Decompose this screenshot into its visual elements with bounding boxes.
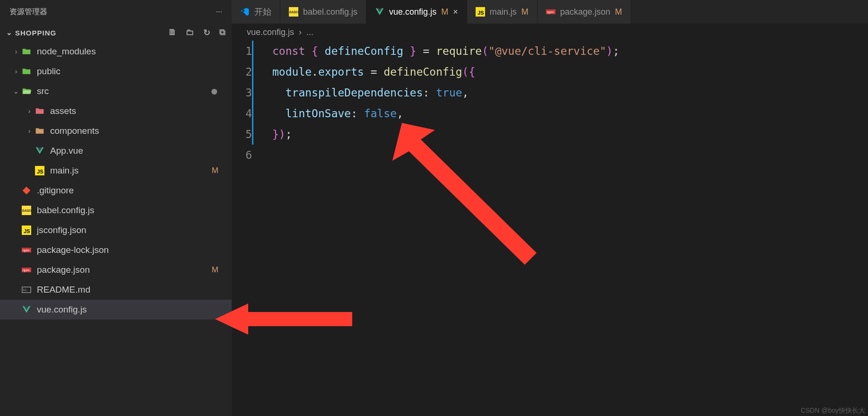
tree-item-README-md[interactable]: M↓README.md [0, 280, 232, 300]
project-header[interactable]: ⌄ SHOPPING 🗎 🗀 ↻ ⧉ [0, 24, 232, 42]
tree-item-label: components [50, 126, 232, 136]
tree-item-label: package-lock.json [37, 245, 232, 255]
npm-icon: npm [21, 245, 32, 255]
code-line: const { defineConfig } = require("@vue/c… [272, 41, 868, 61]
modified-badge: M [212, 166, 232, 175]
svg-text:BABEL: BABEL [22, 209, 31, 212]
tree-item-vue-config-js[interactable]: vue.config.js [0, 300, 232, 320]
code-content: const { defineConfig } = require("@vue/c… [268, 41, 868, 416]
tree-item-label: main.js [50, 165, 212, 176]
explorer-header: 资源管理器 ··· [0, 0, 232, 24]
breadcrumb-more: ... [306, 27, 313, 37]
git-icon [21, 186, 32, 195]
chevron-icon: ⌄ [11, 87, 21, 95]
chevron-icon: › [25, 107, 34, 115]
tree-item-main-js[interactable]: JSmain.jsM [0, 161, 232, 181]
tree-item--gitignore[interactable]: .gitignore [0, 181, 232, 200]
breadcrumb-file: vue.config.js [247, 27, 294, 37]
svg-text:JS: JS [477, 10, 484, 16]
modified-badge: M [441, 7, 448, 17]
tree-item-package-json[interactable]: npmpackage.jsonM [0, 260, 232, 280]
svg-text:npm: npm [23, 248, 30, 252]
js-gear-icon: JS [21, 225, 32, 235]
breadcrumb[interactable]: vue.config.js › ... [232, 24, 868, 41]
tree-item-public[interactable]: ›public [0, 61, 232, 81]
line-numbers: 123456 [232, 41, 268, 416]
folder-red-icon [34, 106, 45, 116]
editor-tabs: 开始BABELbabel.config.jsvue.config.jsM×JSm… [232, 0, 868, 24]
line-number: 6 [232, 145, 253, 165]
tab-package-json[interactable]: npmpackage.jsonM [538, 0, 631, 24]
js-icon: JS [34, 166, 45, 175]
modified-badge: M [615, 7, 622, 17]
tree-item-label: babel.config.js [37, 205, 232, 216]
new-folder-icon[interactable]: 🗀 [186, 27, 195, 38]
svg-text:npm: npm [547, 10, 554, 14]
md-icon: M↓ [21, 285, 32, 295]
explorer-sidebar: 资源管理器 ··· ⌄ SHOPPING 🗎 🗀 ↻ ⧉ ›node_modul… [0, 0, 232, 416]
tab-label: babel.config.js [303, 7, 357, 17]
new-file-icon[interactable]: 🗎 [168, 27, 177, 38]
line-number: 1 [232, 41, 253, 61]
explorer-title: 资源管理器 [9, 7, 216, 17]
tab-label: vue.config.js [389, 7, 436, 17]
code-line [272, 145, 868, 165]
line-number: 5 [232, 124, 253, 145]
chevron-down-icon: ⌄ [6, 28, 13, 37]
tree-item-label: App.vue [50, 146, 232, 156]
close-icon[interactable]: × [453, 7, 458, 17]
tree-item-node_modules[interactable]: ›node_modules [0, 42, 232, 61]
babel-icon: BABEL [289, 7, 298, 17]
project-name: SHOPPING [15, 29, 168, 37]
code-line: module.exports = defineConfig({ [272, 61, 868, 82]
code-line: }); [272, 124, 868, 145]
tree-item-label: jsconfig.json [37, 225, 232, 235]
vscode-icon [240, 7, 250, 17]
tree-item-label: node_modules [37, 46, 232, 57]
tree-item-label: src [37, 86, 210, 96]
tree-item-label: package.json [37, 265, 212, 275]
annotation-arrow-editor [392, 123, 539, 269]
watermark: CSDN @boy快快长大 [801, 407, 865, 415]
tree-item-src[interactable]: ⌄src● [0, 81, 232, 101]
svg-text:BABEL: BABEL [289, 10, 298, 14]
code-line: lintOnSave: false, [272, 103, 868, 124]
tree-item-label: assets [50, 106, 232, 116]
modified-badge: M [521, 7, 529, 17]
svg-marker-19 [392, 123, 537, 265]
code-line: transpileDependencies: true, [272, 82, 868, 103]
svg-text:JS: JS [24, 228, 30, 234]
tree-item-assets[interactable]: ›assets [0, 101, 232, 121]
tab-main-js[interactable]: JSmain.jsM [467, 0, 538, 24]
tree-item-App-vue[interactable]: App.vue [0, 141, 232, 161]
line-number: 4 [232, 103, 253, 124]
tree-item-label: vue.config.js [37, 304, 232, 315]
chevron-icon: › [25, 127, 34, 135]
file-tree: ›node_modules›public⌄src●›assets›compone… [0, 42, 232, 416]
tab-label: 开始 [254, 6, 271, 17]
js-icon: JS [476, 7, 485, 17]
collapse-icon[interactable]: ⧉ [219, 27, 226, 38]
dirty-dot-icon: ● [210, 84, 232, 99]
folder-green-icon [21, 67, 32, 76]
tab--[interactable]: 开始 [232, 0, 280, 24]
svg-text:M↓: M↓ [23, 288, 28, 292]
tab-babel-config-js[interactable]: BABELbabel.config.js [280, 0, 366, 24]
npm-icon: npm [21, 265, 32, 275]
tree-item-babel-config-js[interactable]: BABELbabel.config.js [0, 200, 232, 220]
line-number: 2 [232, 61, 253, 82]
code-editor[interactable]: 123456 const { defineConfig } = require(… [232, 41, 868, 416]
annotation-arrow-sidebar [215, 298, 357, 355]
tree-item-jsconfig-json[interactable]: JSjsconfig.json [0, 220, 232, 240]
tree-item-label: public [37, 66, 232, 77]
refresh-icon[interactable]: ↻ [203, 27, 211, 38]
tree-item-components[interactable]: ›components [0, 121, 232, 141]
tab-vue-config-js[interactable]: vue.config.jsM× [366, 0, 467, 24]
vue-gear-icon [21, 305, 32, 314]
tree-item-label: README.md [37, 285, 232, 295]
tree-item-package-lock-json[interactable]: npmpackage-lock.json [0, 240, 232, 260]
more-icon[interactable]: ··· [216, 8, 222, 16]
chevron-icon: › [11, 48, 21, 55]
vue-gear-icon [375, 7, 384, 17]
tab-label: package.json [560, 7, 610, 17]
